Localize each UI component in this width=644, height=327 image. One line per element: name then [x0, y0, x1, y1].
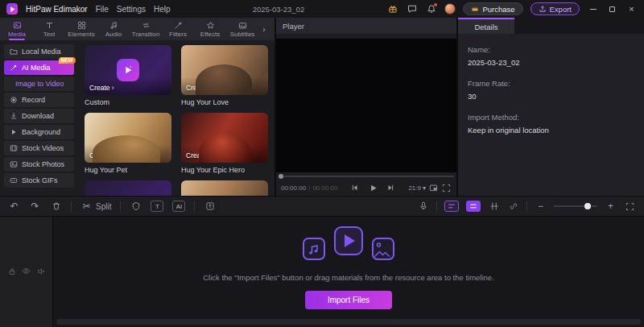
player-header: Player [276, 18, 456, 34]
template-card-hug-your-pet[interactable]: Create › Hug Your Pet [85, 113, 171, 174]
feedback-icon[interactable] [406, 3, 418, 15]
detail-field-name: Name: 2025-03-23_02 [468, 45, 634, 67]
card-thumbnail[interactable]: Create › [181, 113, 268, 163]
create-link[interactable]: Create › [186, 151, 211, 159]
create-link[interactable]: Create › [186, 84, 211, 92]
create-link[interactable]: Create › [89, 84, 114, 92]
user-avatar[interactable] [444, 3, 456, 14]
player-seekbar[interactable] [276, 172, 456, 180]
card-title: Custom [85, 98, 171, 106]
fit-timeline-button[interactable] [624, 201, 636, 213]
media-icon [13, 20, 22, 30]
previous-frame-button[interactable] [350, 183, 361, 193]
purchase-label: Purchase [482, 5, 514, 14]
tab-audio[interactable]: Audio [97, 18, 130, 40]
card-thumbnail[interactable]: Create › [85, 45, 171, 95]
sidebar-item-stock-photos[interactable]: Stock Photos [4, 157, 74, 172]
menu-help[interactable]: Help [154, 5, 171, 14]
template-card-custom[interactable]: Create › Custom [85, 45, 171, 106]
timecode-total: 00:00:00 [312, 184, 337, 192]
seek-track[interactable] [279, 176, 454, 177]
tab-filters[interactable]: Filters [162, 18, 194, 40]
redo-button[interactable]: ↷ [29, 201, 41, 213]
sidebar-item-label: Image to Video [15, 80, 64, 88]
tab-details[interactable]: Details [458, 18, 514, 34]
pip-icon[interactable] [428, 183, 439, 193]
tab-text[interactable]: Text [33, 18, 65, 40]
export-button[interactable]: Export [530, 2, 580, 15]
play-button[interactable] [368, 183, 378, 193]
lock-track-icon[interactable] [7, 267, 16, 275]
card-thumbnail[interactable] [181, 180, 268, 196]
toggle-visibility-eye-icon[interactable] [22, 267, 31, 275]
subtitles-icon [238, 20, 247, 30]
template-card-hug-your-epic-hero[interactable]: Create › Hug Your Epic Hero [181, 113, 268, 174]
caret-down-icon: ▾ [423, 184, 426, 192]
card-thumbnail[interactable]: Create › [181, 45, 268, 95]
sidebar-item-background[interactable]: Background [4, 125, 74, 139]
sidebar-item-label: Download [22, 112, 54, 120]
tab-label: Transition [132, 31, 160, 38]
player-preview[interactable] [276, 39, 456, 172]
zoom-slider[interactable] [554, 205, 597, 207]
zoom-slider-handle[interactable] [584, 203, 591, 209]
create-link[interactable]: Create › [89, 151, 114, 159]
timeline-horizontal-scrollbar[interactable] [56, 319, 641, 325]
delete-button[interactable] [50, 201, 62, 213]
template-card-partial[interactable] [85, 180, 171, 196]
field-label: Name: [468, 45, 634, 54]
import-files-button[interactable]: Import Files [305, 291, 392, 309]
sidebar-item-image-to-video[interactable]: Image to Video [4, 77, 74, 91]
template-card-hug-your-love[interactable]: Create › Hug Your Love [181, 45, 268, 106]
sidebar-item-stock-gifs[interactable]: Stock GIFs [4, 173, 74, 188]
text-tool-button[interactable]: T [151, 201, 163, 212]
elements-icon [77, 20, 86, 30]
tab-label: Audio [105, 31, 122, 38]
close-button[interactable]: × [625, 3, 638, 15]
fullscreen-icon[interactable] [441, 183, 452, 193]
sidebar-item-stock-videos[interactable]: Stock Videos [4, 141, 74, 155]
collapse-tracks-icon[interactable] [488, 201, 500, 213]
tab-elements[interactable]: Elements [65, 18, 97, 40]
gift-icon[interactable] [386, 3, 398, 15]
tabs-scroll-right-icon[interactable]: › [258, 18, 270, 40]
seek-handle[interactable] [279, 174, 283, 179]
track-view-toggle[interactable] [444, 201, 459, 212]
tab-effects[interactable]: Effects [194, 18, 226, 40]
sidebar-item-record[interactable]: Record [4, 93, 74, 107]
mute-track-icon[interactable] [36, 267, 45, 275]
next-frame-button[interactable] [386, 183, 396, 193]
magic-wand-icon [9, 64, 18, 72]
zoom-out-button[interactable]: − [535, 201, 547, 213]
notifications-bell-icon[interactable] [425, 3, 437, 15]
details-panel: Details Name: 2025-03-23_02 Frame Rate: … [458, 18, 644, 196]
template-card-partial[interactable] [181, 180, 268, 196]
card-thumbnail[interactable]: Create › [85, 113, 171, 163]
tab-subtitles[interactable]: Subtitles [226, 18, 258, 40]
microphone-button[interactable] [417, 201, 429, 213]
field-label: Import Method: [468, 113, 634, 122]
maximize-button[interactable] [606, 3, 618, 15]
split-button[interactable]: ✂ Split [80, 201, 111, 213]
purchase-button[interactable]: Purchase [463, 2, 522, 15]
ai-tool-button[interactable]: AI [172, 201, 185, 212]
card-thumbnail[interactable] [85, 180, 171, 196]
tab-media[interactable]: Media [1, 18, 33, 40]
undo-button[interactable]: ↶ [8, 201, 20, 213]
menu-settings[interactable]: Settings [117, 5, 146, 14]
link-clips-icon[interactable] [507, 201, 519, 213]
aspect-ratio-selector[interactable]: 21:9 ▾ [408, 184, 426, 192]
tab-transition[interactable]: Transition [130, 18, 162, 40]
zoom-in-button[interactable]: + [605, 201, 617, 213]
sidebar-item-ai-media[interactable]: AI Media NEW [4, 60, 74, 75]
menu-file[interactable]: File [96, 5, 109, 14]
minimize-button[interactable] [587, 3, 599, 15]
sidebar-item-download[interactable]: Download [4, 109, 74, 123]
mask-tool-button[interactable] [130, 201, 142, 213]
create-video-icon [117, 59, 139, 81]
audio-icon [109, 20, 118, 30]
timecode-separator: / [308, 184, 310, 192]
download-icon [9, 112, 18, 121]
upload-clip-button[interactable] [204, 201, 216, 213]
storyboard-view-toggle[interactable] [466, 201, 481, 212]
